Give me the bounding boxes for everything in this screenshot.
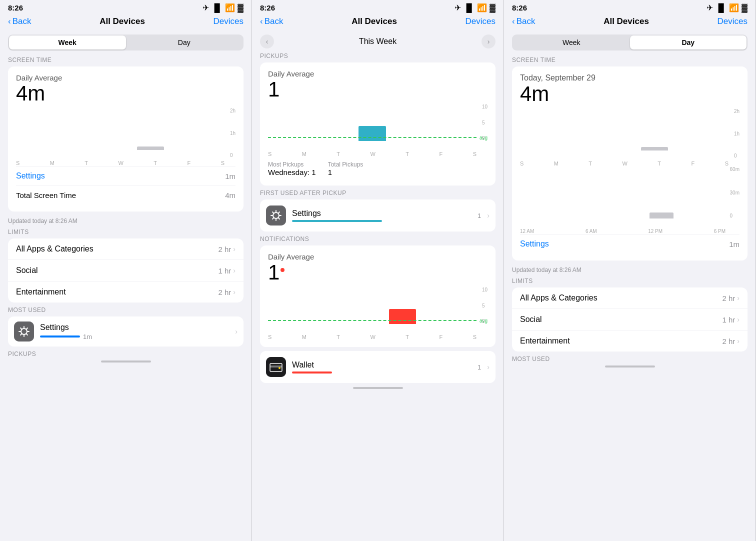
wifi-icon: 📶: [225, 3, 235, 12]
app-time-settings-left: 1m: [83, 333, 92, 340]
limit-item-social[interactable]: Social 1 hr ›: [8, 260, 244, 282]
back-label-left[interactable]: Back: [12, 16, 32, 26]
pickups-card: Daily Average 1 avg 1050: [260, 62, 496, 186]
segment-control-right: Week Day: [512, 34, 748, 50]
status-bar-center: 8:26 ✈ ▐▌ 📶 ▓: [252, 0, 504, 14]
limit-item-social-r[interactable]: Social 1 hr ›: [512, 309, 748, 330]
wifi-icon-r: 📶: [729, 3, 739, 12]
chart-x-left: SMTWTFS: [16, 160, 236, 166]
chevron-icon-entertainment-r: ›: [737, 337, 740, 345]
notifications-label: NOTIFICATIONS: [252, 236, 504, 242]
location-icon: ✈: [202, 3, 209, 12]
scroll-content-center: ‹ This Week › PICKUPS Daily Average 1 av: [252, 30, 504, 541]
segment-day-left[interactable]: Day: [126, 36, 243, 50]
bar-4: [137, 146, 164, 150]
limit-value-all: 2 hr: [218, 245, 231, 254]
settings-link-left[interactable]: Settings: [16, 172, 45, 180]
wallet-card[interactable]: Wallet 1 ›: [260, 351, 496, 383]
devices-button-center[interactable]: Devices: [466, 16, 496, 26]
today-daily-avg-value: 4m: [520, 84, 740, 104]
segment-day-right[interactable]: Day: [630, 36, 747, 50]
segment-control-left: Week Day: [8, 34, 244, 50]
back-label-center[interactable]: Back: [264, 16, 284, 26]
home-indicator-center: [353, 387, 403, 389]
signal-icon-r: ▐▌: [716, 4, 727, 12]
notif-chart: avg 1050: [268, 287, 488, 332]
back-button-left[interactable]: ‹ Back: [8, 16, 31, 26]
week-nav: ‹ This Week ›: [252, 30, 504, 52]
settings-row-right[interactable]: Settings 1m: [520, 234, 740, 254]
segment-week-right[interactable]: Week: [513, 36, 630, 50]
panel-right: 8:26 ✈ ▐▌ 📶 ▓ ‹ Back All Devices Devices…: [504, 0, 756, 541]
total-value-left: 4m: [225, 191, 236, 200]
settings-time-right: 1m: [729, 240, 740, 248]
week-x-right: SMTWTFS: [520, 160, 740, 166]
scroll-content-right: SCREEN TIME Today, September 29 4m 2h 1h: [504, 56, 756, 541]
limit-item-all-r[interactable]: All Apps & Categories 2 hr ›: [512, 288, 748, 309]
pickups-bars: [268, 104, 476, 141]
chevron-right-icon-social: ›: [233, 266, 236, 274]
day-x-labels: 12 AM 6 AM 12 PM 6 PM: [520, 228, 740, 234]
chevron-left-icon: ‹: [8, 16, 11, 26]
avg-line-pickups: [268, 137, 476, 138]
most-pickups-col: Most Pickups Wednesday: 1: [268, 161, 316, 176]
chevron-left-icon-c: ‹: [260, 16, 263, 26]
limit-item-all[interactable]: All Apps & Categories 2 hr ›: [8, 238, 244, 260]
back-button-center[interactable]: ‹ Back: [260, 16, 283, 26]
prev-week-button[interactable]: ‹: [260, 34, 274, 48]
week-chart-right: 2h 1h 0: [520, 108, 740, 158]
first-used-section-label: FIRST USED AFTER PICKUP: [252, 190, 504, 196]
settings-row-left[interactable]: Settings 1m: [16, 166, 236, 186]
devices-button-right[interactable]: Devices: [718, 16, 748, 26]
settings-link-right[interactable]: Settings: [520, 240, 549, 248]
pickups-section-label: PICKUPS: [252, 52, 504, 60]
back-button-right[interactable]: ‹ Back: [512, 16, 535, 26]
most-pickups-label: Most Pickups: [268, 161, 316, 168]
daily-avg-value-left: 4m: [16, 83, 236, 104]
status-icons-left: ✈ ▐▌ 📶 ▓: [202, 3, 244, 12]
first-used-card[interactable]: Settings 1 ›: [260, 200, 496, 232]
next-week-button[interactable]: ›: [482, 34, 496, 48]
total-pickups-col: Total Pickups 1: [328, 161, 364, 176]
day-y-labels: 60m 30m 0: [730, 166, 740, 218]
limit-item-entertainment-r[interactable]: Entertainment 2 hr ›: [512, 330, 748, 352]
panel-center: 8:26 ✈ ▐▌ 📶 ▓ ‹ Back All Devices Devices…: [252, 0, 504, 541]
notif-daily-avg-label: Daily Average: [268, 252, 488, 261]
nav-bar-left: ‹ Back All Devices Devices: [0, 14, 252, 30]
total-label-left: Total Screen Time: [16, 191, 76, 200]
notif-bars: [268, 287, 476, 324]
limits-wrapper-left: All Apps & Categories 2 hr › Social 1 hr…: [8, 238, 244, 302]
back-label-right[interactable]: Back: [516, 16, 536, 26]
first-used-app-name: Settings: [292, 209, 472, 218]
wallet-bar: [292, 372, 332, 374]
settings-time-left: 1m: [225, 172, 236, 180]
status-icons-center: ✈ ▐▌ 📶 ▓: [454, 3, 496, 12]
status-time-left: 8:26: [8, 4, 23, 12]
app-bar-settings-left: [40, 336, 80, 338]
limit-value-row-all: 2 hr ›: [218, 245, 236, 254]
wallet-count: 1: [478, 364, 481, 371]
signal-icon-c: ▐▌: [464, 4, 475, 12]
status-icons-right: ✈ ▐▌ 📶 ▓: [706, 3, 748, 12]
pickups-daily-avg-value: 1: [268, 79, 488, 100]
wbr-4: [641, 147, 668, 150]
first-used-bar: [292, 220, 382, 222]
screen-time-card-right: Today, September 29 4m 2h 1h 0: [512, 66, 748, 260]
svg-rect-6: [270, 366, 282, 368]
chevron-right-icon-entertainment: ›: [233, 288, 236, 296]
screen-time-label-right: SCREEN TIME: [504, 56, 756, 64]
total-pickups-value: 1: [328, 168, 364, 176]
limit-value-social-r: 1 hr: [722, 316, 735, 324]
chevron-right-most-used: ›: [235, 328, 238, 336]
devices-button-left[interactable]: Devices: [214, 16, 244, 26]
chart-y-right: 2h 1h 0: [734, 108, 740, 158]
status-bar-right: 8:26 ✈ ▐▌ 📶 ▓: [504, 0, 756, 14]
svg-rect-2: [266, 206, 286, 226]
svg-point-7: [278, 367, 280, 369]
battery-icon-c: ▓: [490, 4, 496, 12]
nav-bar-right: ‹ Back All Devices Devices: [504, 14, 756, 30]
most-used-item-settings[interactable]: Settings 1m ›: [8, 316, 244, 346]
limit-item-entertainment[interactable]: Entertainment 2 hr ›: [8, 282, 244, 302]
segment-week-left[interactable]: Week: [9, 36, 126, 50]
screen-time-card-left: Daily Average 4m 2h 1h 0: [8, 66, 244, 212]
